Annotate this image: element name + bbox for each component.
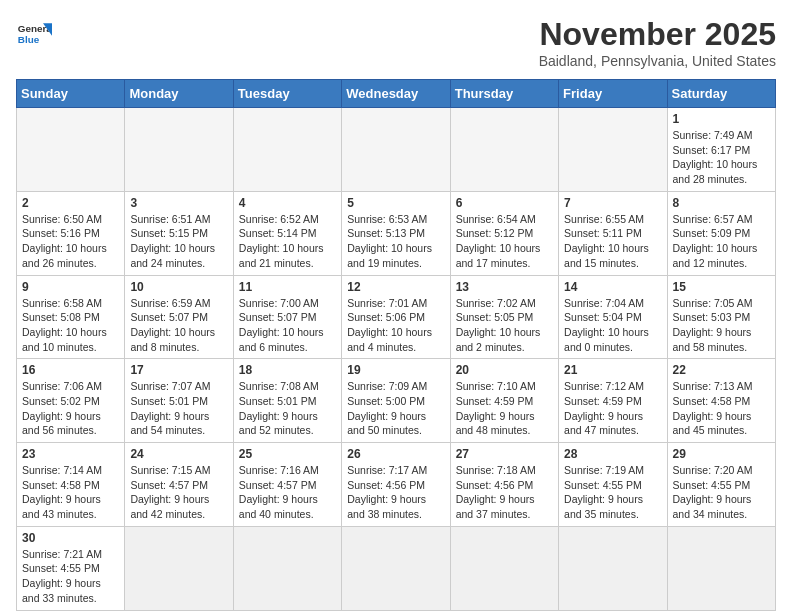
day-info: Sunrise: 7:05 AM Sunset: 5:03 PM Dayligh…: [673, 296, 770, 355]
day-info: Sunrise: 7:10 AM Sunset: 4:59 PM Dayligh…: [456, 379, 553, 438]
logo: General Blue: [16, 16, 52, 52]
calendar-week-5: 23Sunrise: 7:14 AM Sunset: 4:58 PM Dayli…: [17, 443, 776, 527]
calendar-cell: 16Sunrise: 7:06 AM Sunset: 5:02 PM Dayli…: [17, 359, 125, 443]
calendar-cell: [342, 526, 450, 610]
day-number: 13: [456, 280, 553, 294]
day-info: Sunrise: 7:08 AM Sunset: 5:01 PM Dayligh…: [239, 379, 336, 438]
day-number: 16: [22, 363, 119, 377]
calendar-cell: 20Sunrise: 7:10 AM Sunset: 4:59 PM Dayli…: [450, 359, 558, 443]
day-number: 30: [22, 531, 119, 545]
calendar-cell: [17, 108, 125, 192]
calendar-cell: 14Sunrise: 7:04 AM Sunset: 5:04 PM Dayli…: [559, 275, 667, 359]
weekday-header-friday: Friday: [559, 80, 667, 108]
calendar-cell: 21Sunrise: 7:12 AM Sunset: 4:59 PM Dayli…: [559, 359, 667, 443]
calendar-cell: [233, 108, 341, 192]
month-title: November 2025: [539, 16, 776, 53]
day-number: 27: [456, 447, 553, 461]
calendar-cell: 13Sunrise: 7:02 AM Sunset: 5:05 PM Dayli…: [450, 275, 558, 359]
day-number: 25: [239, 447, 336, 461]
calendar-week-6: 30Sunrise: 7:21 AM Sunset: 4:55 PM Dayli…: [17, 526, 776, 610]
calendar-table: SundayMondayTuesdayWednesdayThursdayFrid…: [16, 79, 776, 611]
weekday-header-wednesday: Wednesday: [342, 80, 450, 108]
weekday-header-saturday: Saturday: [667, 80, 775, 108]
day-number: 26: [347, 447, 444, 461]
day-number: 17: [130, 363, 227, 377]
calendar-cell: [342, 108, 450, 192]
calendar-week-4: 16Sunrise: 7:06 AM Sunset: 5:02 PM Dayli…: [17, 359, 776, 443]
day-number: 6: [456, 196, 553, 210]
location-title: Baidland, Pennsylvania, United States: [539, 53, 776, 69]
day-number: 11: [239, 280, 336, 294]
logo-icon: General Blue: [16, 16, 52, 52]
calendar-cell: 12Sunrise: 7:01 AM Sunset: 5:06 PM Dayli…: [342, 275, 450, 359]
day-number: 23: [22, 447, 119, 461]
day-info: Sunrise: 6:57 AM Sunset: 5:09 PM Dayligh…: [673, 212, 770, 271]
day-number: 22: [673, 363, 770, 377]
day-info: Sunrise: 7:13 AM Sunset: 4:58 PM Dayligh…: [673, 379, 770, 438]
calendar-cell: [450, 108, 558, 192]
day-info: Sunrise: 7:02 AM Sunset: 5:05 PM Dayligh…: [456, 296, 553, 355]
calendar-cell: [450, 526, 558, 610]
calendar-cell: 26Sunrise: 7:17 AM Sunset: 4:56 PM Dayli…: [342, 443, 450, 527]
day-number: 20: [456, 363, 553, 377]
day-info: Sunrise: 7:49 AM Sunset: 6:17 PM Dayligh…: [673, 128, 770, 187]
day-number: 8: [673, 196, 770, 210]
calendar-cell: 23Sunrise: 7:14 AM Sunset: 4:58 PM Dayli…: [17, 443, 125, 527]
day-number: 2: [22, 196, 119, 210]
day-info: Sunrise: 7:16 AM Sunset: 4:57 PM Dayligh…: [239, 463, 336, 522]
calendar-cell: [125, 526, 233, 610]
calendar-cell: [667, 526, 775, 610]
day-info: Sunrise: 7:15 AM Sunset: 4:57 PM Dayligh…: [130, 463, 227, 522]
calendar-cell: [559, 526, 667, 610]
day-number: 1: [673, 112, 770, 126]
calendar-cell: [559, 108, 667, 192]
day-info: Sunrise: 7:07 AM Sunset: 5:01 PM Dayligh…: [130, 379, 227, 438]
day-number: 18: [239, 363, 336, 377]
calendar-cell: 6Sunrise: 6:54 AM Sunset: 5:12 PM Daylig…: [450, 191, 558, 275]
calendar-cell: [233, 526, 341, 610]
weekday-header-tuesday: Tuesday: [233, 80, 341, 108]
day-number: 19: [347, 363, 444, 377]
day-info: Sunrise: 7:17 AM Sunset: 4:56 PM Dayligh…: [347, 463, 444, 522]
day-number: 14: [564, 280, 661, 294]
calendar-cell: 30Sunrise: 7:21 AM Sunset: 4:55 PM Dayli…: [17, 526, 125, 610]
calendar-cell: 11Sunrise: 7:00 AM Sunset: 5:07 PM Dayli…: [233, 275, 341, 359]
calendar-cell: 8Sunrise: 6:57 AM Sunset: 5:09 PM Daylig…: [667, 191, 775, 275]
day-number: 12: [347, 280, 444, 294]
calendar-cell: 25Sunrise: 7:16 AM Sunset: 4:57 PM Dayli…: [233, 443, 341, 527]
day-info: Sunrise: 7:14 AM Sunset: 4:58 PM Dayligh…: [22, 463, 119, 522]
day-number: 15: [673, 280, 770, 294]
calendar-cell: 3Sunrise: 6:51 AM Sunset: 5:15 PM Daylig…: [125, 191, 233, 275]
calendar-cell: 28Sunrise: 7:19 AM Sunset: 4:55 PM Dayli…: [559, 443, 667, 527]
day-number: 9: [22, 280, 119, 294]
day-info: Sunrise: 7:21 AM Sunset: 4:55 PM Dayligh…: [22, 547, 119, 606]
day-number: 21: [564, 363, 661, 377]
day-info: Sunrise: 7:19 AM Sunset: 4:55 PM Dayligh…: [564, 463, 661, 522]
day-info: Sunrise: 6:54 AM Sunset: 5:12 PM Dayligh…: [456, 212, 553, 271]
calendar-cell: 10Sunrise: 6:59 AM Sunset: 5:07 PM Dayli…: [125, 275, 233, 359]
day-info: Sunrise: 7:06 AM Sunset: 5:02 PM Dayligh…: [22, 379, 119, 438]
day-info: Sunrise: 6:55 AM Sunset: 5:11 PM Dayligh…: [564, 212, 661, 271]
calendar-cell: 5Sunrise: 6:53 AM Sunset: 5:13 PM Daylig…: [342, 191, 450, 275]
calendar-cell: 18Sunrise: 7:08 AM Sunset: 5:01 PM Dayli…: [233, 359, 341, 443]
calendar-cell: 9Sunrise: 6:58 AM Sunset: 5:08 PM Daylig…: [17, 275, 125, 359]
day-number: 3: [130, 196, 227, 210]
calendar-week-2: 2Sunrise: 6:50 AM Sunset: 5:16 PM Daylig…: [17, 191, 776, 275]
day-info: Sunrise: 6:58 AM Sunset: 5:08 PM Dayligh…: [22, 296, 119, 355]
day-info: Sunrise: 6:51 AM Sunset: 5:15 PM Dayligh…: [130, 212, 227, 271]
calendar-cell: 7Sunrise: 6:55 AM Sunset: 5:11 PM Daylig…: [559, 191, 667, 275]
weekday-header-sunday: Sunday: [17, 80, 125, 108]
calendar-cell: 24Sunrise: 7:15 AM Sunset: 4:57 PM Dayli…: [125, 443, 233, 527]
calendar-cell: [125, 108, 233, 192]
day-number: 10: [130, 280, 227, 294]
day-number: 29: [673, 447, 770, 461]
day-info: Sunrise: 7:09 AM Sunset: 5:00 PM Dayligh…: [347, 379, 444, 438]
calendar-cell: 22Sunrise: 7:13 AM Sunset: 4:58 PM Dayli…: [667, 359, 775, 443]
calendar-cell: 15Sunrise: 7:05 AM Sunset: 5:03 PM Dayli…: [667, 275, 775, 359]
day-info: Sunrise: 7:20 AM Sunset: 4:55 PM Dayligh…: [673, 463, 770, 522]
header: General Blue November 2025 Baidland, Pen…: [16, 16, 776, 69]
day-info: Sunrise: 7:12 AM Sunset: 4:59 PM Dayligh…: [564, 379, 661, 438]
day-number: 5: [347, 196, 444, 210]
day-info: Sunrise: 6:59 AM Sunset: 5:07 PM Dayligh…: [130, 296, 227, 355]
calendar-cell: 2Sunrise: 6:50 AM Sunset: 5:16 PM Daylig…: [17, 191, 125, 275]
